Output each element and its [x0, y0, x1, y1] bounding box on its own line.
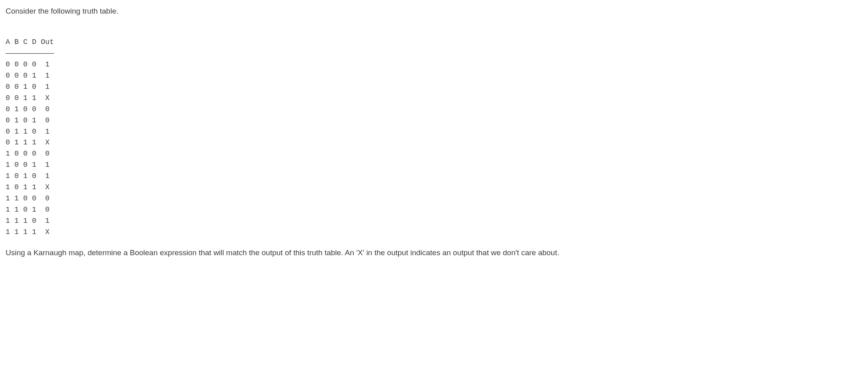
table-row: 0 1 0 0 0 [6, 105, 50, 113]
intro-paragraph: Consider the following truth table. [6, 6, 862, 17]
table-row: 1 0 0 1 1 [6, 161, 50, 169]
table-header: A B C D Out [6, 38, 54, 46]
outro-paragraph: Using a Karnaugh map, determine a Boolea… [6, 247, 862, 259]
table-row: 1 0 0 0 0 [6, 150, 50, 158]
table-row: 1 1 1 0 1 [6, 217, 50, 225]
table-row: 1 1 0 0 0 [6, 194, 50, 202]
table-row: 0 0 1 0 1 [6, 83, 50, 91]
truth-table-block: A B C D Out ——————————— 0 0 0 0 1 0 0 0 … [6, 26, 862, 238]
table-row: 0 0 0 0 1 [6, 60, 50, 68]
table-row: 0 1 1 0 1 [6, 128, 50, 136]
table-row: 1 0 1 1 X [6, 183, 50, 191]
table-row: 1 1 1 1 X [6, 228, 50, 236]
table-divider: ——————————— [6, 49, 54, 57]
table-row: 1 0 1 0 1 [6, 172, 50, 180]
table-row: 1 1 0 1 0 [6, 206, 50, 214]
table-row: 0 1 1 1 X [6, 138, 50, 146]
table-row: 0 0 1 1 X [6, 94, 50, 102]
table-row: 0 1 0 1 0 [6, 116, 50, 124]
table-row: 0 0 0 1 1 [6, 72, 50, 80]
